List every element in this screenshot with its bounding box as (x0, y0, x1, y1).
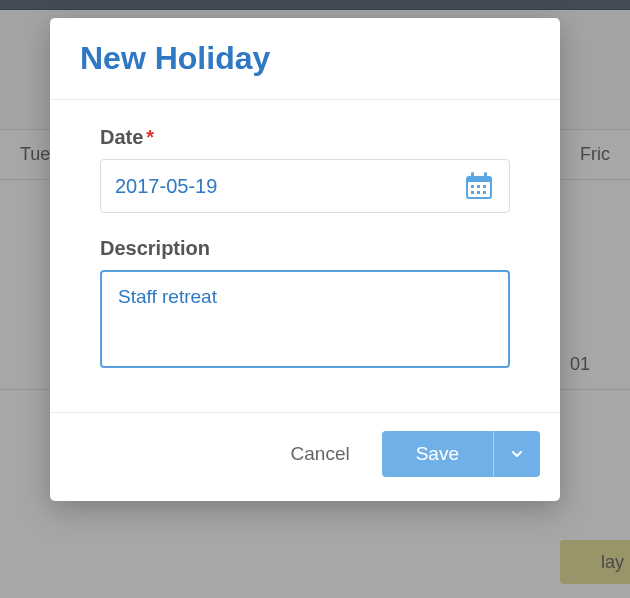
save-button[interactable]: Save (382, 431, 493, 477)
chevron-down-icon (510, 447, 524, 461)
required-indicator: * (146, 126, 154, 148)
svg-rect-9 (483, 191, 486, 194)
cancel-button[interactable]: Cancel (285, 433, 356, 475)
svg-rect-4 (471, 185, 474, 188)
date-label-text: Date (100, 126, 143, 148)
svg-rect-3 (484, 172, 487, 178)
date-input[interactable] (115, 175, 463, 198)
modal-body: Date* (50, 100, 560, 412)
svg-rect-2 (471, 172, 474, 178)
description-field-group: Description (100, 237, 510, 372)
description-label: Description (100, 237, 510, 260)
date-field-group: Date* (100, 126, 510, 213)
svg-rect-5 (477, 185, 480, 188)
svg-rect-8 (477, 191, 480, 194)
description-input[interactable] (100, 270, 510, 368)
svg-rect-1 (468, 182, 490, 197)
date-input-wrap[interactable] (100, 159, 510, 213)
calendar-icon[interactable] (463, 170, 495, 202)
svg-rect-7 (471, 191, 474, 194)
date-label: Date* (100, 126, 510, 149)
new-holiday-modal: New Holiday Date* (50, 18, 560, 501)
modal-footer: Cancel Save (50, 412, 560, 501)
modal-title: New Holiday (80, 40, 530, 77)
svg-rect-6 (483, 185, 486, 188)
modal-header: New Holiday (50, 18, 560, 100)
save-button-group: Save (382, 431, 540, 477)
save-dropdown-button[interactable] (493, 431, 540, 477)
